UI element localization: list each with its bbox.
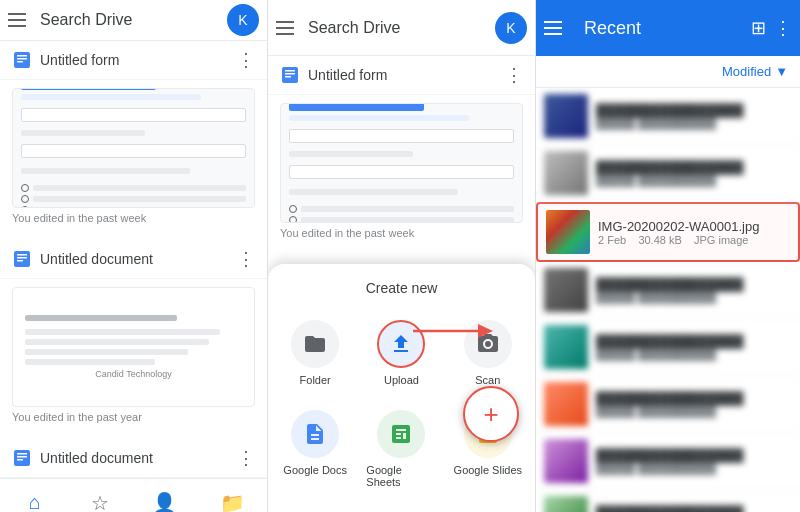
right-file-info-1: ████████████████ █████ ██████████ (596, 103, 792, 130)
right-file-info-5: ████████████████ █████ ██████████ (596, 391, 792, 418)
left-search-title: Search Drive (40, 11, 227, 29)
middle-avatar[interactable]: K (495, 12, 527, 44)
right-more-icon[interactable]: ⋮ (774, 17, 792, 39)
left-avatar[interactable]: K (227, 4, 259, 36)
right-file-info-7: ████████████████ █████ ██████████ (596, 505, 792, 513)
svg-rect-15 (285, 76, 291, 78)
right-file-name-3: ████████████████ (596, 277, 792, 292)
right-hamburger-icon[interactable] (544, 16, 568, 40)
doc2-icon (12, 448, 32, 468)
create-sheets[interactable]: Google Sheets (362, 402, 440, 496)
right-file-row[interactable]: ████████████████ █████ ██████████ (536, 319, 800, 376)
svg-rect-2 (17, 58, 27, 60)
svg-rect-10 (17, 456, 27, 458)
form-more-icon[interactable]: ⋮ (237, 49, 255, 71)
right-file-meta-3: █████ ██████████ (596, 292, 792, 304)
left-hamburger-icon[interactable] (8, 8, 32, 32)
form-icon (12, 50, 32, 70)
grid-view-icon[interactable]: ⊞ (751, 17, 766, 39)
doc2-filename: Untitled document (40, 450, 237, 466)
right-file-info-img: IMG-20200202-WA0001.jpg 2 Feb 30.48 kB J… (598, 219, 790, 246)
file-item-doc2[interactable]: Untitled document ⋮ (0, 439, 267, 478)
right-file-name-5: ████████████████ (596, 391, 792, 406)
right-thumb-4 (544, 325, 588, 369)
right-file-row[interactable]: ████████████████ █████ ██████████ (536, 490, 800, 512)
middle-hamburger-icon[interactable] (276, 16, 300, 40)
fab-container: + (463, 386, 519, 442)
create-title: Create new (276, 280, 527, 296)
fab-plus-icon: + (483, 399, 498, 430)
right-file-meta-2: █████ ██████████ (596, 175, 792, 187)
nav-files[interactable]: 📁 (212, 487, 253, 512)
folder-create-label: Folder (300, 374, 331, 386)
right-file-row[interactable]: ████████████████ █████ ██████████ (536, 433, 800, 490)
middle-form-more-icon[interactable]: ⋮ (505, 64, 523, 86)
right-thumb-2 (544, 151, 588, 195)
fab-button[interactable]: + (463, 386, 519, 442)
right-thumb-img (546, 210, 590, 254)
scan-create-label: Scan (475, 374, 500, 386)
svg-rect-13 (285, 70, 295, 72)
create-folder[interactable]: Folder (276, 312, 354, 394)
file-item-doc1[interactable]: Untitled document ⋮ (0, 240, 267, 279)
svg-rect-11 (17, 459, 23, 461)
nav-starred[interactable]: ☆ (83, 487, 117, 512)
nav-shared[interactable]: 👤 (144, 487, 185, 512)
people-icon: 👤 (152, 491, 177, 512)
right-file-info-2: ████████████████ █████ ██████████ (596, 160, 792, 187)
right-title: Recent (584, 18, 751, 39)
svg-marker-21 (478, 324, 493, 338)
arrow-indicator (413, 316, 493, 350)
upload-create-label: Upload (384, 374, 419, 386)
svg-rect-1 (17, 55, 27, 57)
right-thumb-3 (544, 268, 588, 312)
right-file-info-3: ████████████████ █████ ██████████ (596, 277, 792, 304)
right-file-row[interactable]: ████████████████ █████ ██████████ (536, 376, 800, 433)
svg-rect-0 (14, 52, 30, 68)
docs-create-icon (291, 410, 339, 458)
right-thumb-6 (544, 439, 588, 483)
right-file-name-1: ████████████████ (596, 103, 792, 118)
right-file-meta-4: █████ ██████████ (596, 349, 792, 361)
img-format: JPG image (694, 234, 748, 246)
right-file-name-6: ████████████████ (596, 448, 792, 463)
sort-modified-label: Modified (722, 64, 771, 79)
middle-file-item-form[interactable]: Untitled form ⋮ (268, 56, 535, 95)
img-size: 30.48 kB (638, 234, 681, 246)
svg-rect-6 (17, 257, 27, 259)
right-file-meta-5: █████ ██████████ (596, 406, 792, 418)
right-thumb-1 (544, 94, 588, 138)
right-file-row[interactable]: ████████████████ █████ ██████████ (536, 145, 800, 202)
doc1-card: Candid Technology You edited in the past… (0, 279, 267, 439)
right-file-name-4: ████████████████ (596, 334, 792, 349)
svg-rect-7 (17, 260, 23, 262)
sort-dropdown[interactable]: Modified ▼ (722, 64, 788, 79)
doc1-more-icon[interactable]: ⋮ (237, 248, 255, 270)
right-thumb-7 (544, 496, 588, 512)
file-list-right: ████████████████ █████ ██████████ ██████… (536, 88, 800, 512)
right-thumb-5 (544, 382, 588, 426)
doc2-more-icon[interactable]: ⋮ (237, 447, 255, 469)
middle-search-title: Search Drive (308, 19, 495, 37)
file-item-form[interactable]: Untitled form ⋮ (0, 41, 267, 80)
middle-form-thumbnail (280, 103, 523, 223)
docs-create-label: Google Docs (283, 464, 347, 476)
left-panel: Search Drive K Untitled form ⋮ (0, 0, 268, 512)
doc1-edited: You edited in the past year (12, 407, 255, 431)
form-card: You edited in the past week (0, 80, 267, 240)
right-file-row[interactable]: ████████████████ █████ ██████████ (536, 262, 800, 319)
folder-create-icon (291, 320, 339, 368)
left-bottom-nav: ⌂ Home ☆ 👤 📁 (0, 478, 267, 512)
form-edited: You edited in the past week (12, 208, 255, 232)
nav-home[interactable]: ⌂ Home (14, 487, 57, 512)
create-docs[interactable]: Google Docs (276, 402, 354, 496)
sort-direction-icon: ▼ (775, 64, 788, 79)
right-file-info-4: ████████████████ █████ ██████████ (596, 334, 792, 361)
middle-form-edited: You edited in the past week (280, 223, 523, 247)
right-file-row[interactable]: ████████████████ █████ ██████████ (536, 88, 800, 145)
right-panel: Recent ⊞ ⋮ Modified ▼ ████████████████ █… (536, 0, 800, 512)
sheets-create-icon (377, 410, 425, 458)
svg-rect-3 (17, 61, 23, 63)
right-file-row-highlighted[interactable]: IMG-20200202-WA0001.jpg 2 Feb 30.48 kB J… (536, 202, 800, 262)
form-filename: Untitled form (40, 52, 237, 68)
